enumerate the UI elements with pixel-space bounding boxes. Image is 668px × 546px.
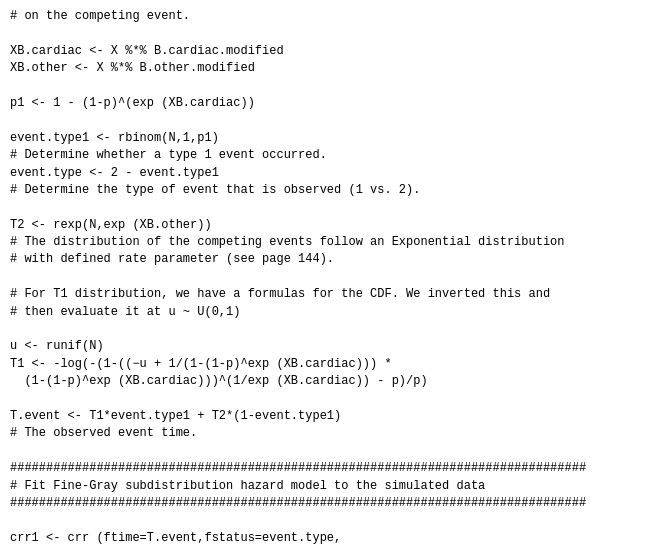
code-container: # on the competing event. XB.cardiac <- … [10,8,658,546]
code-content: # on the competing event. XB.cardiac <- … [10,8,658,546]
